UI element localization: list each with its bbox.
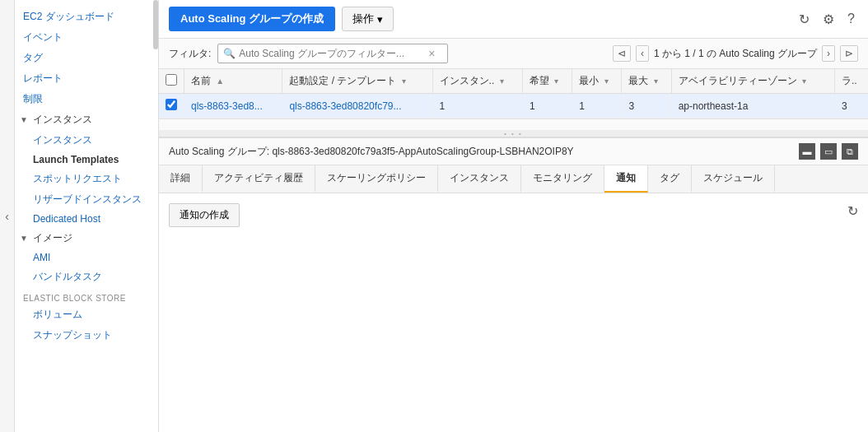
row-instances: 1 bbox=[432, 94, 522, 118]
sidebar-item-tags[interactable]: タグ bbox=[15, 48, 158, 68]
sidebar-item-ec2-dashboard[interactable]: EC2 ダッシュボード bbox=[15, 7, 158, 27]
filter-input-wrap: 🔍 × bbox=[217, 44, 448, 63]
toolbar: Auto Scaling グループの作成 操作 ▾ ↻ ⚙ ? bbox=[159, 0, 868, 39]
header-min[interactable]: 最小 ▾ bbox=[572, 69, 622, 94]
sidebar-item-reports[interactable]: レポート bbox=[15, 68, 158, 89]
sidebar-collapse-button[interactable]: ‹ bbox=[0, 0, 15, 432]
table-area: 名前 ▲ 起動設定 / テンプレート ▾ インスタン.. ▾ 希望 ▾ bbox=[159, 69, 868, 118]
header-checkbox-cell bbox=[159, 69, 184, 94]
sidebar-group-label-image: イメージ bbox=[33, 231, 72, 245]
detail-icon-3[interactable]: ⧉ bbox=[842, 143, 858, 160]
pagination-prev-button[interactable]: ‹ bbox=[636, 45, 649, 62]
sidebar-item-instances[interactable]: インスタンス bbox=[15, 130, 158, 151]
header-az[interactable]: アベイラビリティーゾーン ▾ bbox=[671, 69, 834, 94]
pagination-next-button[interactable]: › bbox=[822, 45, 835, 62]
detail-refresh-icon[interactable]: ↻ bbox=[847, 203, 858, 219]
actions-button[interactable]: 操作 ▾ bbox=[342, 7, 394, 31]
row-az: ap-northeast-1a bbox=[671, 94, 834, 118]
tab-instances[interactable]: インスタンス bbox=[438, 165, 521, 193]
horizontal-scroll-area[interactable] bbox=[159, 118, 868, 130]
sidebar-group-label-instances: インスタンス bbox=[33, 113, 92, 127]
sidebar-item-events[interactable]: イベント bbox=[15, 27, 158, 48]
table-row[interactable]: qls-8863-3ed8... qls-8863-3ed80820fc79..… bbox=[159, 94, 868, 118]
header-launch-config[interactable]: 起動設定 / テンプレート ▾ bbox=[282, 69, 432, 94]
tab-tags[interactable]: タグ bbox=[648, 165, 692, 193]
sidebar: EC2 ダッシュボード イベント タグ レポート 制限 ▼ インスタンス インス… bbox=[15, 0, 159, 432]
tab-monitoring[interactable]: モニタリング bbox=[521, 165, 604, 193]
row-extra: 3 bbox=[834, 94, 868, 118]
header-max[interactable]: 最大 ▾ bbox=[622, 69, 671, 94]
pagination-text: 1 から 1 / 1 の Auto Scaling グループ bbox=[654, 47, 817, 61]
create-notification-button[interactable]: 通知の作成 bbox=[169, 203, 240, 227]
row-min: 1 bbox=[572, 94, 622, 118]
detail-icon-1[interactable]: ▬ bbox=[799, 143, 815, 160]
filter-clear-button[interactable]: × bbox=[428, 47, 435, 60]
sort-desired-icon: ▾ bbox=[554, 77, 558, 86]
sort-name-icon: ▲ bbox=[216, 77, 224, 86]
pagination-last-button[interactable]: ⊳ bbox=[840, 45, 858, 62]
create-asg-button[interactable]: Auto Scaling グループの作成 bbox=[169, 7, 335, 31]
settings-icon[interactable]: ⚙ bbox=[819, 8, 838, 30]
table-body: qls-8863-3ed8... qls-8863-3ed80820fc79..… bbox=[159, 94, 868, 118]
row-desired: 1 bbox=[522, 94, 572, 118]
sort-instances-icon: ▾ bbox=[500, 77, 504, 86]
sidebar-item-dedicated-host[interactable]: Dedicated Host bbox=[15, 210, 158, 228]
sidebar-group-image[interactable]: ▼ イメージ bbox=[15, 228, 158, 249]
ebs-section-label: ELASTIC BLOCK STORE bbox=[15, 287, 158, 304]
select-all-checkbox[interactable] bbox=[166, 74, 177, 86]
help-icon[interactable]: ? bbox=[844, 8, 858, 30]
detail-panel: Auto Scaling グループ: qls-8863-3ed80820fc79… bbox=[159, 137, 868, 432]
sidebar-item-volumes[interactable]: ボリューム bbox=[15, 304, 158, 325]
table-header-row: 名前 ▲ 起動設定 / テンプレート ▾ インスタン.. ▾ 希望 ▾ bbox=[159, 69, 868, 94]
filter-bar: フィルタ: 🔍 × ⊲ ‹ 1 から 1 / 1 の Auto Scaling … bbox=[159, 39, 868, 69]
collapse-icon-image: ▼ bbox=[20, 234, 30, 244]
sidebar-item-spot-requests[interactable]: スポットリクエスト bbox=[15, 169, 158, 189]
refresh-icon[interactable]: ↻ bbox=[796, 8, 813, 30]
actions-label: 操作 bbox=[352, 12, 374, 26]
row-checkbox-cell bbox=[159, 94, 184, 118]
tab-notifications[interactable]: 通知 bbox=[604, 165, 648, 193]
tab-scaling-policy[interactable]: スケーリングポリシー bbox=[315, 165, 438, 193]
tab-details[interactable]: 詳細 bbox=[159, 165, 203, 193]
row-checkbox[interactable] bbox=[166, 99, 177, 110]
sort-launch-icon: ▾ bbox=[402, 77, 406, 86]
pagination-first-button[interactable]: ⊲ bbox=[613, 45, 631, 62]
main-content: Auto Scaling グループの作成 操作 ▾ ↻ ⚙ ? フィルタ: 🔍 … bbox=[159, 0, 868, 432]
filter-label: フィルタ: bbox=[169, 47, 211, 61]
sort-az-icon: ▾ bbox=[802, 77, 806, 86]
row-name[interactable]: qls-8863-3ed8... bbox=[184, 94, 282, 118]
tab-activity-history[interactable]: アクティビティ履歴 bbox=[203, 165, 315, 193]
drag-handle[interactable]: • • • bbox=[159, 130, 868, 137]
header-instances[interactable]: インスタン.. ▾ bbox=[432, 69, 522, 94]
sidebar-item-launch-templates[interactable]: Launch Templates bbox=[15, 151, 158, 169]
tab-schedule[interactable]: スケジュール bbox=[692, 165, 775, 193]
filter-input[interactable] bbox=[239, 48, 428, 59]
detail-content: 通知の作成 ↻ bbox=[159, 193, 868, 432]
detail-header: Auto Scaling グループ: qls-8863-3ed80820fc79… bbox=[159, 138, 868, 165]
detail-icon-2[interactable]: ▭ bbox=[820, 143, 837, 160]
sidebar-item-reserved-instances[interactable]: リザーブドインスタンス bbox=[15, 189, 158, 210]
sort-max-icon: ▾ bbox=[654, 77, 658, 86]
search-icon: 🔍 bbox=[223, 48, 236, 59]
sidebar-item-ami[interactable]: AMI bbox=[15, 249, 158, 267]
asg-table: 名前 ▲ 起動設定 / テンプレート ▾ インスタン.. ▾ 希望 ▾ bbox=[159, 69, 868, 118]
sort-min-icon: ▾ bbox=[604, 77, 609, 86]
collapse-icon: ▼ bbox=[20, 115, 30, 125]
detail-title: Auto Scaling グループ: qls-8863-3ed80820fc79… bbox=[169, 145, 574, 159]
sidebar-item-limits[interactable]: 制限 bbox=[15, 89, 158, 109]
pagination-area: ⊲ ‹ 1 から 1 / 1 の Auto Scaling グループ › ⊳ bbox=[613, 45, 858, 62]
sidebar-item-snapshots[interactable]: スナップショット bbox=[15, 325, 158, 346]
detail-tabs: 詳細 アクティビティ履歴 スケーリングポリシー インスタンス モニタリング 通知… bbox=[159, 165, 868, 193]
row-launch-config[interactable]: qls-8863-3ed80820fc79... bbox=[282, 94, 432, 118]
header-name[interactable]: 名前 ▲ bbox=[184, 69, 282, 94]
sidebar-group-instances[interactable]: ▼ インスタンス bbox=[15, 109, 158, 130]
header-extra[interactable]: ラ.. bbox=[834, 69, 868, 94]
sidebar-item-bundle-tasks[interactable]: バンドルタスク bbox=[15, 267, 158, 287]
row-max: 3 bbox=[622, 94, 671, 118]
scroll-content bbox=[159, 124, 818, 125]
sidebar-scrollbar[interactable] bbox=[153, 0, 158, 49]
actions-chevron-icon: ▾ bbox=[377, 13, 383, 26]
header-desired[interactable]: 希望 ▾ bbox=[522, 69, 572, 94]
detail-icons: ▬ ▭ ⧉ bbox=[799, 143, 858, 160]
